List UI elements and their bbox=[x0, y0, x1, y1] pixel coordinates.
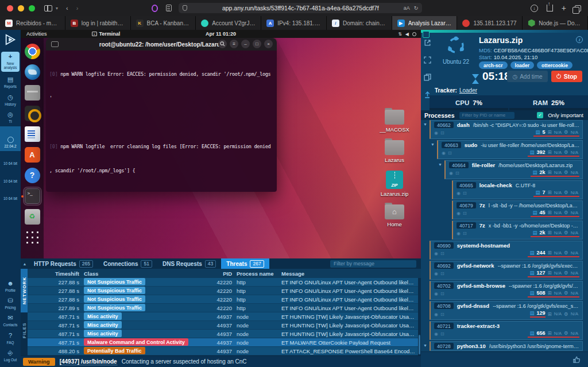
desktop-icon[interactable]: Lazarus.zip bbox=[376, 171, 413, 197]
threat-row[interactable]: 487.71 s Misc activity 44937 node ET HUN… bbox=[28, 321, 418, 330]
dock-icon[interactable]: ? bbox=[25, 168, 40, 183]
threat-row[interactable]: 487.71 s Misc activity 44937 node ET HUN… bbox=[28, 312, 418, 321]
reload-icon[interactable]: ↻ bbox=[414, 5, 419, 11]
threat-row[interactable]: 488.20 s Potentially Bad Traffic 44937 n… bbox=[28, 347, 418, 356]
downloads-icon[interactable]: ↓ bbox=[531, 5, 538, 12]
info-icon[interactable]: i bbox=[576, 36, 583, 43]
side-tab[interactable]: NETWORK bbox=[21, 269, 28, 312]
ubuntu-desktop[interactable]: A ? >_ ♻ root@ubuntu22: /home/user/Deskt… bbox=[21, 38, 421, 258]
column-process-name[interactable]: Process name bbox=[237, 271, 277, 277]
network-tab[interactable]: Connections 51 bbox=[98, 258, 157, 269]
zoom-window-button[interactable] bbox=[29, 5, 35, 11]
collapse-panel-icon[interactable]: ▲ bbox=[21, 262, 29, 266]
vm-screen[interactable]: A ? >_ ♻ root@ubuntu22: /home/user/Deskt… bbox=[21, 30, 421, 258]
process-row[interactable]: 40692 gvfsd-network --spawner :1.6 /org/… bbox=[430, 261, 583, 280]
panel-expand-icon[interactable] bbox=[423, 31, 430, 38]
dock-icon[interactable] bbox=[25, 85, 40, 101]
process-row[interactable]: 40690 systemd-hostnamed ◉ ⊡ ▤244 ⊞N/A⚙N/… bbox=[430, 241, 583, 260]
process-row[interactable]: 40721 tracker-extract-3 ◉ ⊡ ▤656 ⊞N/A⚙N/… bbox=[430, 321, 583, 340]
minimize-window-button[interactable] bbox=[18, 5, 24, 11]
md5-value[interactable]: CE0FB58A6EC486B0F4738E9DFAC0BDEC bbox=[494, 47, 588, 53]
terminal-window[interactable]: root@ubuntu22: /home/user/Desktop/Lazaru… bbox=[46, 38, 277, 192]
browser-tab[interactable]: 135.181.123.177 bbox=[457, 16, 523, 30]
chevron-down-icon[interactable]: ▾ bbox=[56, 6, 58, 11]
sidebar-toggle-icon[interactable] bbox=[44, 5, 52, 11]
status-process[interactable]: [44937] /usr/bin/node bbox=[60, 358, 117, 365]
share-icon[interactable] bbox=[547, 5, 553, 11]
process-row[interactable]: 40665 locale-check C.UTF-8 ◉ ⊡ ▤7 ⊞N/A⚙N… bbox=[452, 180, 583, 199]
threat-row[interactable]: 487.71 s Misc activity 44937 node ET HUN… bbox=[28, 330, 418, 338]
collapse-arrow-icon[interactable]: ▼ bbox=[438, 163, 442, 167]
threat-row[interactable]: 227.88 s Not Suspicious Traffic 42220 ht… bbox=[28, 287, 418, 295]
new-tab-button[interactable]: + bbox=[562, 3, 566, 13]
browser-tab[interactable]: M Recibidos - mauroel... bbox=[0, 16, 65, 30]
terminal-titlebar[interactable]: root@ubuntu22: /home/user/Desktop/Lazaru… bbox=[46, 38, 277, 51]
collapse-arrow-icon[interactable]: ▼ bbox=[423, 343, 427, 347]
browser-tab[interactable]: Account V2grJiwjs2... bbox=[196, 16, 261, 30]
message-filter-input[interactable] bbox=[330, 260, 416, 268]
collapse-arrow-icon[interactable]: ▼ bbox=[423, 122, 427, 126]
open-new-window-icon[interactable] bbox=[424, 39, 431, 47]
terminal-minimize-button[interactable]: – bbox=[241, 40, 250, 48]
sidebar-item[interactable]: ⎆ Log Out bbox=[0, 347, 21, 365]
url-text[interactable]: app.any.run/tasks/53ff914c-7b67-481a-a4e… bbox=[222, 5, 379, 11]
sidebar-item[interactable]: 10 64 bit bbox=[0, 169, 21, 186]
browser-tab[interactable]: / Domain: chainlink-a... bbox=[327, 16, 392, 30]
desktop-icon[interactable]: __MACOSX bbox=[376, 110, 413, 133]
terminal-maximize-button[interactable]: □ bbox=[253, 40, 261, 48]
sidebar-item[interactable]: ◷ History bbox=[0, 92, 21, 109]
column-class[interactable]: Class bbox=[84, 271, 201, 277]
forward-button[interactable]: › bbox=[76, 5, 79, 11]
sidebar-item[interactable]: ☻ Profile bbox=[0, 278, 21, 295]
dock-icon[interactable] bbox=[25, 126, 40, 142]
sidebar-item[interactable]: 10 64 bit bbox=[0, 151, 21, 168]
process-row[interactable]: 40679 7z l -slt -bd -y -- /home/user/Des… bbox=[452, 200, 583, 219]
stop-button[interactable]: Stop bbox=[551, 71, 582, 82]
dock-icon[interactable] bbox=[25, 106, 40, 121]
sidebar-item[interactable]: + New analysis bbox=[1, 52, 20, 72]
process-row[interactable]: 40728 python3.10 /usr/bin/python3 /usr/b… bbox=[430, 341, 583, 351]
window-controls[interactable] bbox=[7, 5, 35, 11]
tag-badge[interactable]: arch-scr bbox=[479, 61, 508, 69]
back-button[interactable]: ‹ bbox=[66, 5, 68, 11]
terminal-close-button[interactable]: × bbox=[264, 40, 273, 48]
terminal-menu-icon[interactable]: ≡ bbox=[230, 40, 238, 48]
only-important-checkbox[interactable]: ✓ bbox=[537, 112, 543, 118]
process-row[interactable]: 40664 file-roller /home/user/Desktop/Laz… bbox=[444, 160, 583, 179]
terminal-search-icon[interactable] bbox=[218, 40, 227, 48]
browser-tab[interactable]: B log in | rabbithole bbox=[65, 16, 131, 30]
reader-view-icon[interactable] bbox=[166, 5, 172, 11]
browser-tab[interactable]: A IPv4: 135.181.123.17... bbox=[261, 16, 327, 30]
sidebar-item[interactable]: 10 64 bit bbox=[0, 186, 21, 203]
network-icon[interactable]: ⇅ bbox=[398, 32, 402, 37]
tab-overview-icon[interactable] bbox=[575, 5, 581, 11]
dock-icon[interactable]: >_ bbox=[25, 188, 40, 204]
tracker-link[interactable]: Loader bbox=[459, 87, 477, 94]
desktop-icon[interactable]: Home bbox=[376, 204, 413, 227]
sidebar-item[interactable]: ⛁ Pricing bbox=[0, 295, 21, 312]
network-tab[interactable]: HTTP Requests 265 bbox=[29, 258, 98, 269]
desktop-icon[interactable]: Lazarus bbox=[376, 140, 413, 163]
sidebar-item[interactable]: ✉ Contacts bbox=[0, 312, 21, 330]
process-row[interactable]: 40663 sudo -iu user file-roller /home/us… bbox=[437, 140, 583, 159]
extension-icon[interactable] bbox=[152, 5, 158, 12]
dock-icon[interactable] bbox=[25, 230, 40, 245]
network-tab[interactable]: Threats 267 bbox=[221, 258, 269, 269]
threat-row[interactable]: 227.89 s Not Suspicious Traffic 42220 ht… bbox=[28, 304, 418, 312]
process-row[interactable]: 40717 7z x -bd -bb1 -y -o/home/user/Desk… bbox=[452, 221, 583, 239]
network-tab[interactable]: DNS Requests 43 bbox=[157, 258, 221, 269]
screenshot-icon[interactable] bbox=[424, 74, 431, 81]
tag-badge[interactable]: ottercookie bbox=[537, 61, 572, 69]
sidebar-item[interactable]: 22.04.2 bbox=[0, 126, 21, 151]
process-row[interactable]: 40662 dash /bin/sh -c "DISPLAY=:0 sudo -… bbox=[430, 120, 583, 139]
dock-icon[interactable]: A bbox=[25, 147, 40, 163]
close-window-button[interactable] bbox=[7, 5, 13, 11]
clock[interactable]: Apr 11 01:20 bbox=[21, 31, 421, 37]
dock-icon[interactable]: ♻ bbox=[25, 209, 40, 225]
thumbs-up-icon[interactable] bbox=[572, 356, 581, 366]
sidebar-item[interactable]: ▤ Reports bbox=[0, 74, 21, 91]
side-tab[interactable]: FILES bbox=[21, 312, 28, 348]
tag-badge[interactable]: loader bbox=[510, 61, 535, 69]
url-bar[interactable]: app.any.run/tasks/53ff914c-7b67-481a-a4e… bbox=[179, 3, 422, 13]
fit-screen-icon[interactable] bbox=[424, 56, 431, 64]
